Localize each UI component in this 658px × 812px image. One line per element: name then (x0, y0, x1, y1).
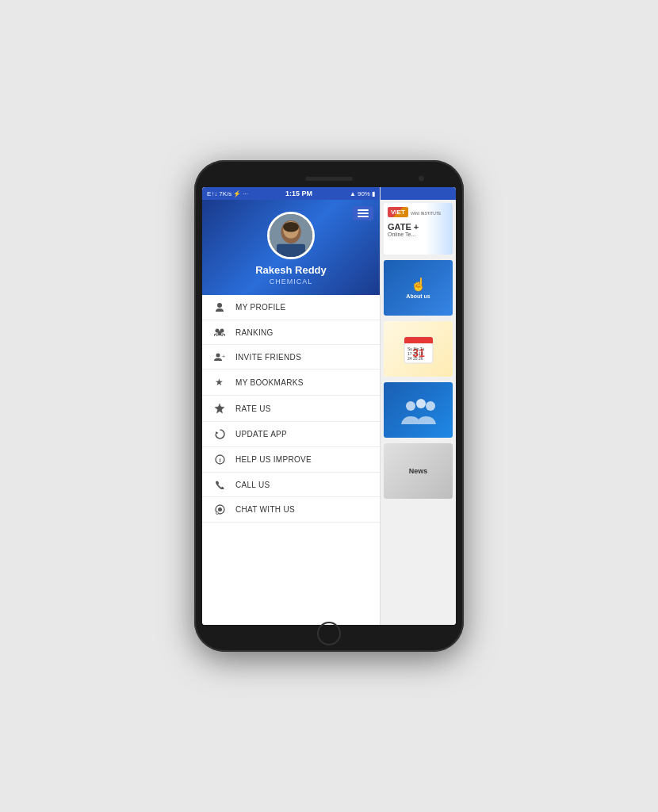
speed-indicator: 7K/s (219, 190, 231, 197)
profile-role: CHEMICAL (270, 278, 313, 285)
svg-point-29 (426, 401, 435, 411)
people-thumb (384, 382, 453, 438)
menu-label-rate: RATE US (235, 404, 271, 413)
vani-label: VANI INSTITUTE (411, 211, 442, 216)
menu-item-help[interactable]: i HELP US IMPROVE (202, 447, 380, 473)
phone-screen: E↑↓ 7K/s ⚡ ··· 1:15 PM ▲ 90% ▮ (202, 187, 456, 625)
status-time: 1:15 PM (285, 190, 312, 197)
extra-dots: ··· (243, 190, 248, 197)
menu-label-update: UPDATE APP (235, 430, 287, 439)
chat-icon (212, 504, 228, 515)
about-label: About us (406, 293, 430, 299)
menu-line-3 (358, 216, 369, 217)
svg-marker-14 (216, 431, 219, 435)
menu-item-profile[interactable]: MY PROFILE (202, 295, 380, 320)
profile-name: Rakesh Reddy (255, 264, 327, 276)
viet-card[interactable]: VIET VANI INSTITUTE GATE + Online Te... (384, 203, 453, 255)
svg-point-28 (416, 399, 426, 408)
hamburger-menu-button[interactable] (353, 206, 373, 220)
menu-item-chat[interactable]: CHAT WITH US (202, 497, 380, 523)
speaker-grille (305, 177, 353, 181)
status-left: E↑↓ 7K/s ⚡ ··· (207, 190, 248, 197)
hamburger-lines (358, 209, 369, 217)
bookmark-icon: ★ (212, 377, 228, 388)
menu-label-invite: INVITE FRIENDS (235, 353, 301, 362)
menu-item-invite[interactable]: + INVITE FRIENDS (202, 345, 380, 370)
menu-label-call: CALL US (235, 481, 270, 489)
camera-dot (419, 176, 424, 182)
signal-icon: E↑↓ (207, 190, 217, 197)
help-icon: i (212, 454, 228, 465)
menu-label-profile: MY PROFILE (235, 303, 285, 312)
status-bar: E↑↓ 7K/s ⚡ ··· 1:15 PM ▲ 90% ▮ (202, 187, 380, 200)
news-thumb: News (384, 443, 453, 499)
wifi-icon: ▲ (350, 190, 356, 197)
viet-logo: VIET (388, 207, 408, 217)
menu-label-help: HELP US IMPROVE (235, 455, 312, 464)
screen-right-panel: VIET VANI INSTITUTE GATE + Online Te... … (380, 187, 456, 625)
news-card[interactable]: News (384, 443, 453, 499)
menu-item-update[interactable]: UPDATE APP (202, 422, 380, 447)
svg-text:24 25 26: 24 25 26 (407, 356, 423, 361)
ranking-icon (212, 327, 228, 337)
about-hand-icon: ☝ (411, 277, 427, 292)
rate-icon (212, 403, 228, 414)
gate-title: GATE + (388, 222, 419, 232)
invite-icon: + (212, 352, 228, 362)
menu-item-bookmarks[interactable]: ★ MY BOOKMARKS (202, 370, 380, 396)
svg-point-3 (283, 222, 299, 232)
avatar-ring (267, 212, 315, 259)
about-thumb: ☝ About us (384, 260, 453, 316)
about-card[interactable]: ☝ About us (384, 260, 453, 316)
menu-line-1 (358, 209, 369, 211)
menu-label-ranking: RANKING (235, 328, 274, 337)
svg-point-9 (218, 331, 222, 335)
status-right: ▲ 90% ▮ (350, 190, 375, 197)
battery-icon: ▮ (372, 190, 375, 197)
menu-list: MY PROFILE RANKING (202, 295, 380, 625)
call-icon (212, 480, 228, 489)
phone-bottom-bar (202, 625, 456, 642)
menu-item-rate[interactable]: RATE US (202, 396, 380, 422)
people-card[interactable] (384, 382, 453, 438)
svg-point-19 (216, 512, 218, 515)
menu-item-ranking[interactable]: RANKING (202, 320, 380, 345)
svg-point-27 (406, 401, 415, 411)
screen-left-panel: E↑↓ 7K/s ⚡ ··· 1:15 PM ▲ 90% ▮ (202, 187, 380, 625)
menu-label-bookmarks: MY BOOKMARKS (235, 378, 304, 387)
usb-icon: ⚡ (233, 190, 241, 197)
calendar-thumb: 31 Su Mo Tu 17 18 19 24 25 26 (384, 321, 453, 377)
home-button[interactable] (317, 622, 341, 645)
battery-percent: 90% (358, 190, 370, 197)
menu-label-chat: CHAT WITH US (235, 505, 295, 514)
profile-header: Rakesh Reddy CHEMICAL (202, 200, 380, 295)
svg-text:+: + (222, 354, 225, 359)
avatar (270, 214, 312, 257)
menu-line-2 (358, 213, 369, 214)
news-label: News (409, 467, 428, 475)
svg-text:i: i (219, 457, 221, 464)
svg-point-10 (216, 354, 220, 358)
menu-item-call[interactable]: CALL US (202, 473, 380, 497)
gate-sub: Online Te... (388, 232, 415, 237)
svg-marker-12 (215, 404, 224, 413)
svg-point-6 (217, 303, 222, 308)
svg-rect-5 (277, 244, 305, 257)
svg-rect-22 (404, 341, 433, 343)
svg-point-18 (218, 508, 222, 511)
phone-device: E↑↓ 7K/s ⚡ ··· 1:15 PM ▲ 90% ▮ (194, 160, 464, 652)
phone-top-bar (202, 170, 456, 187)
calendar-card[interactable]: 31 Su Mo Tu 17 18 19 24 25 26 (384, 321, 453, 377)
right-header (381, 187, 456, 200)
update-icon (212, 429, 228, 439)
profile-icon (212, 302, 228, 312)
